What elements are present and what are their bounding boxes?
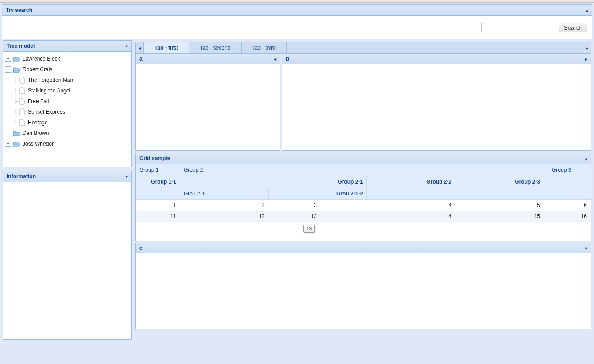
- grid-cell: 15: [455, 211, 544, 222]
- grid-panel-header[interactable]: Grid sample ▴: [136, 153, 591, 164]
- grid-header[interactable]: Grou 2-1-1: [180, 188, 269, 199]
- grid-header[interactable]: Group 2-1: [180, 176, 367, 188]
- search-input[interactable]: [481, 23, 556, 32]
- panel-a-body: [136, 64, 280, 150]
- file-icon: [19, 108, 25, 115]
- grid-cell: 5: [455, 200, 544, 211]
- tab-second[interactable]: Tab - second: [189, 42, 242, 53]
- grid-cell: 16: [544, 211, 591, 222]
- grid-cell: 3: [269, 200, 321, 211]
- tree-node-leaf[interactable]: ├ Stalking the Angel: [3, 85, 131, 96]
- tree-panel-title: Tree model: [7, 43, 35, 49]
- tree-line-icon: └: [13, 119, 19, 126]
- panel-c-header[interactable]: c ▾: [136, 243, 591, 253]
- grid-header[interactable]: Group 2: [180, 164, 548, 176]
- panel-c: c ▾: [135, 243, 591, 329]
- search-panel-header[interactable]: Try search ▴: [2, 5, 592, 16]
- grid-header[interactable]: Group 2-3: [455, 176, 544, 188]
- grid-row[interactable]: 1 2 3 4 5 6: [136, 200, 591, 211]
- panel-b: b ▸: [282, 54, 591, 151]
- tab-label: Tab - third: [252, 45, 276, 51]
- grid-header-empty: [367, 188, 455, 199]
- grid-cell: 14: [321, 211, 455, 222]
- panel-b-title: b: [286, 56, 289, 62]
- grid-header-empty: [455, 188, 544, 199]
- grid-header-empty: [544, 176, 591, 188]
- grid-header[interactable]: Group 3: [548, 164, 591, 176]
- tab-scroll-right[interactable]: ▸: [583, 42, 591, 53]
- tree-node-folder[interactable]: + Lawrence Block: [3, 54, 131, 64]
- grid-cell: 4: [321, 200, 455, 211]
- panel-b-header[interactable]: b ▸: [282, 54, 591, 64]
- tree-panel-header[interactable]: Tree model ▾: [3, 41, 131, 52]
- cell-tooltip: 13: [303, 225, 315, 233]
- grid-cell: 6: [544, 200, 591, 211]
- panel-a-header[interactable]: a ◂: [136, 54, 280, 64]
- panel-a: a ◂: [135, 54, 280, 151]
- tree-node-folder[interactable]: + Dan Brown: [3, 128, 131, 138]
- search-button[interactable]: Search: [559, 23, 587, 32]
- tree-node-folder[interactable]: − Robert Crais: [3, 64, 131, 75]
- grid-row[interactable]: 11 12 13 14 15 16: [136, 211, 591, 222]
- tree-label: Hostage: [28, 119, 48, 126]
- tree-label: The Forgotten Man: [28, 77, 73, 83]
- tab-third[interactable]: Tab - third: [242, 42, 287, 53]
- tree-label: Free Fall: [28, 98, 49, 104]
- grid-panel: Grid sample ▴ Group 1 Group 2 Group 3 Gr…: [135, 153, 591, 241]
- panel-a-title: a: [139, 56, 143, 62]
- grid-header[interactable]: Grou 2-1-2: [269, 188, 367, 199]
- expand-icon[interactable]: +: [5, 141, 11, 147]
- chevron-right-icon[interactable]: ▸: [585, 57, 587, 61]
- grid-header-row: Grou 2-1-1 Grou 2-1-2: [136, 188, 591, 200]
- panel-b-body: [282, 64, 591, 150]
- tab-label: Tab - second: [200, 45, 231, 51]
- tree-body: + Lawrence Block − Robert Crais ├: [3, 52, 131, 167]
- folder-icon: [13, 141, 20, 147]
- tree-node-leaf[interactable]: ├ Free Fall: [3, 96, 131, 107]
- info-panel: Information ▾: [3, 171, 132, 340]
- file-icon: [19, 87, 25, 94]
- grid-header-row: Group 1 Group 2 Group 3: [136, 164, 591, 176]
- tree-node-leaf[interactable]: └ Hostage: [3, 117, 131, 128]
- expand-icon[interactable]: +: [5, 56, 11, 62]
- file-icon: [19, 77, 25, 84]
- info-panel-header[interactable]: Information ▾: [3, 171, 131, 182]
- chevron-down-icon[interactable]: ▾: [126, 174, 128, 179]
- grid-header[interactable]: Group 1-1: [136, 176, 180, 188]
- chevron-down-icon[interactable]: ▾: [126, 44, 128, 49]
- tree-node-folder[interactable]: + Joss Whedon: [3, 138, 131, 149]
- grid-panel-title: Grid sample: [139, 155, 170, 161]
- grid-cell: 13: [269, 211, 321, 222]
- tab-first[interactable]: Tab - first: [144, 42, 189, 53]
- folder-icon: [13, 56, 20, 62]
- info-panel-body: [3, 182, 131, 339]
- grid-header[interactable]: Group 1: [136, 164, 180, 176]
- tree-label: Stalking the Angel: [28, 88, 70, 94]
- folder-open-icon: [13, 66, 20, 73]
- info-panel-title: Information: [7, 173, 36, 180]
- panel-c-body: [136, 253, 591, 329]
- grid-cell: 11: [136, 211, 180, 222]
- grid-cell: 2: [180, 200, 269, 211]
- search-panel-body: Search: [2, 16, 592, 39]
- tree-line-icon: ├: [13, 109, 19, 115]
- collapse-icon[interactable]: −: [5, 66, 11, 73]
- grid-header-empty: [136, 188, 180, 199]
- tree-panel: Tree model ▾ + Lawrence Block − Robert C…: [3, 40, 132, 167]
- tree-line-icon: ├: [13, 88, 19, 94]
- grid-header[interactable]: Group 2-2: [367, 176, 455, 188]
- search-panel: Try search ▴ Search: [2, 4, 592, 39]
- folder-icon: [13, 130, 20, 136]
- chevron-left-icon[interactable]: ◂: [274, 57, 276, 61]
- chevron-down-icon[interactable]: ▾: [585, 246, 587, 251]
- tree-node-leaf[interactable]: ├ Sunset Express: [3, 107, 131, 117]
- tree-node-leaf[interactable]: ├ The Forgotten Man: [3, 75, 131, 85]
- chevron-up-icon[interactable]: ▴: [585, 156, 587, 161]
- expand-icon[interactable]: +: [5, 130, 11, 136]
- search-panel-title: Try search: [6, 7, 32, 13]
- grid-header-row: Group 1-1 Group 2-1 Group 2-2 Group 2-3: [136, 176, 591, 188]
- chevron-up-icon[interactable]: ▴: [586, 8, 588, 13]
- file-icon: [19, 98, 25, 105]
- tree-label: Joss Whedon: [23, 141, 55, 147]
- tab-scroll-left[interactable]: ◂: [136, 42, 144, 53]
